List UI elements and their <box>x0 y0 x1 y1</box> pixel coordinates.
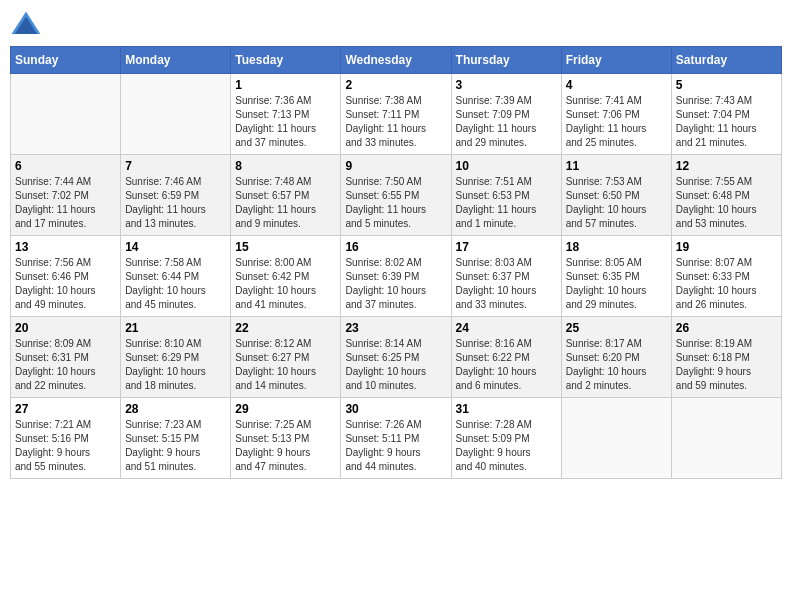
day-info: Sunrise: 7:39 AM Sunset: 7:09 PM Dayligh… <box>456 94 557 150</box>
weekday-header-saturday: Saturday <box>671 47 781 74</box>
day-info: Sunrise: 8:14 AM Sunset: 6:25 PM Dayligh… <box>345 337 446 393</box>
day-info: Sunrise: 8:02 AM Sunset: 6:39 PM Dayligh… <box>345 256 446 312</box>
day-info: Sunrise: 8:16 AM Sunset: 6:22 PM Dayligh… <box>456 337 557 393</box>
day-info: Sunrise: 7:46 AM Sunset: 6:59 PM Dayligh… <box>125 175 226 231</box>
calendar-cell: 31Sunrise: 7:28 AM Sunset: 5:09 PM Dayli… <box>451 398 561 479</box>
day-number: 15 <box>235 240 336 254</box>
day-number: 23 <box>345 321 446 335</box>
weekday-header-sunday: Sunday <box>11 47 121 74</box>
weekday-header-wednesday: Wednesday <box>341 47 451 74</box>
day-number: 3 <box>456 78 557 92</box>
day-info: Sunrise: 7:25 AM Sunset: 5:13 PM Dayligh… <box>235 418 336 474</box>
day-number: 28 <box>125 402 226 416</box>
day-info: Sunrise: 8:12 AM Sunset: 6:27 PM Dayligh… <box>235 337 336 393</box>
day-number: 17 <box>456 240 557 254</box>
day-number: 21 <box>125 321 226 335</box>
calendar-cell: 10Sunrise: 7:51 AM Sunset: 6:53 PM Dayli… <box>451 155 561 236</box>
weekday-header-friday: Friday <box>561 47 671 74</box>
calendar-cell: 4Sunrise: 7:41 AM Sunset: 7:06 PM Daylig… <box>561 74 671 155</box>
day-number: 31 <box>456 402 557 416</box>
day-info: Sunrise: 7:23 AM Sunset: 5:15 PM Dayligh… <box>125 418 226 474</box>
day-number: 14 <box>125 240 226 254</box>
day-number: 6 <box>15 159 116 173</box>
day-info: Sunrise: 7:44 AM Sunset: 7:02 PM Dayligh… <box>15 175 116 231</box>
day-number: 24 <box>456 321 557 335</box>
calendar-cell: 17Sunrise: 8:03 AM Sunset: 6:37 PM Dayli… <box>451 236 561 317</box>
calendar-cell: 2Sunrise: 7:38 AM Sunset: 7:11 PM Daylig… <box>341 74 451 155</box>
calendar-cell: 23Sunrise: 8:14 AM Sunset: 6:25 PM Dayli… <box>341 317 451 398</box>
day-info: Sunrise: 8:17 AM Sunset: 6:20 PM Dayligh… <box>566 337 667 393</box>
day-info: Sunrise: 7:28 AM Sunset: 5:09 PM Dayligh… <box>456 418 557 474</box>
day-number: 18 <box>566 240 667 254</box>
weekday-header-monday: Monday <box>121 47 231 74</box>
calendar-cell: 24Sunrise: 8:16 AM Sunset: 6:22 PM Dayli… <box>451 317 561 398</box>
day-number: 16 <box>345 240 446 254</box>
day-info: Sunrise: 8:19 AM Sunset: 6:18 PM Dayligh… <box>676 337 777 393</box>
calendar-cell: 12Sunrise: 7:55 AM Sunset: 6:48 PM Dayli… <box>671 155 781 236</box>
day-info: Sunrise: 7:53 AM Sunset: 6:50 PM Dayligh… <box>566 175 667 231</box>
calendar-cell: 7Sunrise: 7:46 AM Sunset: 6:59 PM Daylig… <box>121 155 231 236</box>
day-info: Sunrise: 7:55 AM Sunset: 6:48 PM Dayligh… <box>676 175 777 231</box>
day-number: 1 <box>235 78 336 92</box>
calendar-cell: 1Sunrise: 7:36 AM Sunset: 7:13 PM Daylig… <box>231 74 341 155</box>
calendar-cell <box>121 74 231 155</box>
day-info: Sunrise: 7:36 AM Sunset: 7:13 PM Dayligh… <box>235 94 336 150</box>
day-number: 10 <box>456 159 557 173</box>
day-info: Sunrise: 7:48 AM Sunset: 6:57 PM Dayligh… <box>235 175 336 231</box>
day-number: 19 <box>676 240 777 254</box>
day-info: Sunrise: 7:58 AM Sunset: 6:44 PM Dayligh… <box>125 256 226 312</box>
day-number: 25 <box>566 321 667 335</box>
calendar-cell <box>671 398 781 479</box>
day-number: 12 <box>676 159 777 173</box>
day-number: 8 <box>235 159 336 173</box>
day-number: 27 <box>15 402 116 416</box>
day-number: 9 <box>345 159 446 173</box>
calendar-cell: 22Sunrise: 8:12 AM Sunset: 6:27 PM Dayli… <box>231 317 341 398</box>
calendar-cell: 20Sunrise: 8:09 AM Sunset: 6:31 PM Dayli… <box>11 317 121 398</box>
weekday-header-tuesday: Tuesday <box>231 47 341 74</box>
calendar-cell: 14Sunrise: 7:58 AM Sunset: 6:44 PM Dayli… <box>121 236 231 317</box>
day-number: 11 <box>566 159 667 173</box>
calendar-cell: 26Sunrise: 8:19 AM Sunset: 6:18 PM Dayli… <box>671 317 781 398</box>
calendar-cell: 8Sunrise: 7:48 AM Sunset: 6:57 PM Daylig… <box>231 155 341 236</box>
calendar-cell: 5Sunrise: 7:43 AM Sunset: 7:04 PM Daylig… <box>671 74 781 155</box>
calendar-cell: 16Sunrise: 8:02 AM Sunset: 6:39 PM Dayli… <box>341 236 451 317</box>
logo-icon <box>10 10 42 38</box>
calendar-cell: 30Sunrise: 7:26 AM Sunset: 5:11 PM Dayli… <box>341 398 451 479</box>
day-info: Sunrise: 8:09 AM Sunset: 6:31 PM Dayligh… <box>15 337 116 393</box>
day-number: 2 <box>345 78 446 92</box>
day-info: Sunrise: 8:07 AM Sunset: 6:33 PM Dayligh… <box>676 256 777 312</box>
page-header <box>10 10 782 38</box>
day-info: Sunrise: 8:03 AM Sunset: 6:37 PM Dayligh… <box>456 256 557 312</box>
day-number: 20 <box>15 321 116 335</box>
day-number: 13 <box>15 240 116 254</box>
day-number: 29 <box>235 402 336 416</box>
calendar-table: SundayMondayTuesdayWednesdayThursdayFrid… <box>10 46 782 479</box>
calendar-cell: 25Sunrise: 8:17 AM Sunset: 6:20 PM Dayli… <box>561 317 671 398</box>
calendar-cell: 9Sunrise: 7:50 AM Sunset: 6:55 PM Daylig… <box>341 155 451 236</box>
calendar-cell: 27Sunrise: 7:21 AM Sunset: 5:16 PM Dayli… <box>11 398 121 479</box>
calendar-cell: 28Sunrise: 7:23 AM Sunset: 5:15 PM Dayli… <box>121 398 231 479</box>
day-info: Sunrise: 7:26 AM Sunset: 5:11 PM Dayligh… <box>345 418 446 474</box>
day-number: 5 <box>676 78 777 92</box>
day-number: 22 <box>235 321 336 335</box>
day-info: Sunrise: 7:21 AM Sunset: 5:16 PM Dayligh… <box>15 418 116 474</box>
day-info: Sunrise: 7:38 AM Sunset: 7:11 PM Dayligh… <box>345 94 446 150</box>
day-info: Sunrise: 8:05 AM Sunset: 6:35 PM Dayligh… <box>566 256 667 312</box>
calendar-cell <box>11 74 121 155</box>
day-info: Sunrise: 7:41 AM Sunset: 7:06 PM Dayligh… <box>566 94 667 150</box>
day-info: Sunrise: 7:51 AM Sunset: 6:53 PM Dayligh… <box>456 175 557 231</box>
day-number: 30 <box>345 402 446 416</box>
day-number: 4 <box>566 78 667 92</box>
calendar-cell: 29Sunrise: 7:25 AM Sunset: 5:13 PM Dayli… <box>231 398 341 479</box>
calendar-cell <box>561 398 671 479</box>
calendar-cell: 15Sunrise: 8:00 AM Sunset: 6:42 PM Dayli… <box>231 236 341 317</box>
logo <box>10 10 46 38</box>
weekday-header-thursday: Thursday <box>451 47 561 74</box>
calendar-cell: 13Sunrise: 7:56 AM Sunset: 6:46 PM Dayli… <box>11 236 121 317</box>
calendar-cell: 18Sunrise: 8:05 AM Sunset: 6:35 PM Dayli… <box>561 236 671 317</box>
day-info: Sunrise: 7:50 AM Sunset: 6:55 PM Dayligh… <box>345 175 446 231</box>
calendar-cell: 6Sunrise: 7:44 AM Sunset: 7:02 PM Daylig… <box>11 155 121 236</box>
day-info: Sunrise: 8:10 AM Sunset: 6:29 PM Dayligh… <box>125 337 226 393</box>
calendar-cell: 21Sunrise: 8:10 AM Sunset: 6:29 PM Dayli… <box>121 317 231 398</box>
